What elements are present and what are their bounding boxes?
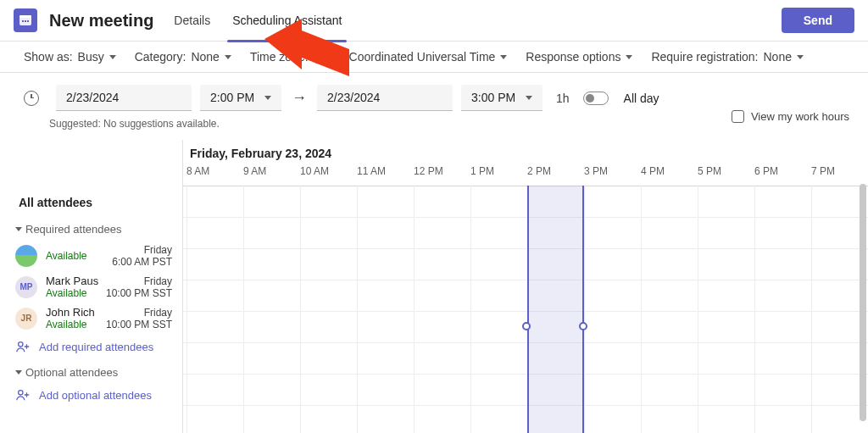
show-as-label: Show as: (24, 50, 73, 64)
start-date-input[interactable]: 2/23/2024 (56, 85, 192, 111)
attendee-row[interactable]: MP Mark Paus Available Friday 10:00 PM S… (15, 275, 172, 299)
attendee-time: 6:00 AM PST (112, 256, 172, 268)
scrollbar-thumb[interactable] (860, 184, 866, 421)
show-as-value: Busy (78, 50, 104, 64)
grid-row (183, 342, 868, 374)
hour-label: 12 PM (414, 165, 470, 186)
attendee-status: Available (46, 319, 106, 330)
avatar: MP (15, 276, 37, 298)
page-title: New meeting (49, 11, 153, 31)
attendee-time: 10:00 PM SST (106, 319, 172, 330)
all-day-label: All day (624, 92, 659, 105)
grid-vline (811, 186, 812, 433)
add-people-icon (15, 387, 31, 402)
grid-vline (584, 186, 585, 433)
chevron-down-icon (225, 55, 231, 59)
calendar-app-icon (14, 8, 37, 32)
hour-label: 8 AM (186, 165, 243, 186)
grid-vline (186, 186, 187, 433)
end-date-input[interactable]: 2/23/2024 (317, 85, 453, 111)
category-label: Category: (135, 50, 186, 64)
response-options-selector[interactable]: Response options (526, 50, 632, 64)
tab-scheduling-assistant[interactable]: Scheduling Assistant (231, 7, 343, 34)
grid-vline (754, 186, 755, 433)
grid-row (183, 248, 868, 280)
grid-vline (357, 186, 358, 433)
svg-point-5 (19, 342, 23, 347)
svg-rect-2 (22, 20, 24, 22)
svg-point-6 (19, 391, 23, 395)
tab-details[interactable]: Details (172, 7, 212, 34)
send-button[interactable]: Send (782, 8, 854, 33)
hour-label: 2 PM (527, 165, 584, 186)
caret-down-icon (15, 227, 22, 231)
chevron-down-icon (626, 55, 632, 59)
registration-value: None (764, 50, 792, 64)
hour-label: 3 PM (584, 165, 641, 186)
svg-rect-3 (25, 20, 26, 22)
work-hours-label: View my work hours (751, 110, 849, 123)
all-attendees-heading: All attendees (19, 196, 172, 209)
caret-down-icon (15, 370, 22, 375)
attendee-row[interactable]: JR John Rich Available Friday 10:00 PM S… (15, 306, 172, 330)
start-time-input[interactable]: 2:00 PM (200, 85, 281, 111)
attendee-day: Friday (112, 244, 172, 256)
grid-row (183, 280, 868, 311)
timezone-selector[interactable]: Time zone: (UTC) Coordinated Universal T… (250, 50, 507, 64)
grid-vline (300, 186, 301, 433)
category-value: None (191, 50, 219, 64)
grid-vline (470, 186, 471, 433)
time-selection[interactable] (527, 186, 584, 433)
attendee-name: John Rich (46, 306, 106, 319)
attendee-day: Friday (106, 275, 172, 287)
end-time-input[interactable]: 3:00 PM (461, 85, 542, 111)
attendee-status: Available (46, 287, 106, 299)
duration-label: 1h (556, 92, 570, 105)
grid-vline (414, 186, 415, 433)
timezone-value: (UTC) Coordinated Universal Time (314, 50, 496, 64)
grid-row (183, 186, 868, 217)
add-optional-attendees-link[interactable]: Add optional attendees (15, 387, 172, 402)
arrow-right-icon: → (290, 89, 309, 107)
work-hours-checkbox[interactable] (732, 110, 744, 123)
category-selector[interactable]: Category: None (135, 50, 231, 64)
chevron-down-icon (500, 55, 507, 59)
registration-label: Require registration: (651, 50, 758, 64)
required-attendees-section[interactable]: Required attendees (15, 223, 172, 236)
grid-vline (641, 186, 642, 433)
timezone-label: Time zone: (250, 50, 309, 64)
hour-label: 6 PM (754, 165, 811, 186)
attendee-day: Friday (106, 307, 172, 319)
chevron-down-icon (797, 55, 804, 59)
selection-handle-right[interactable] (579, 322, 587, 330)
attendee-name: Mark Paus (46, 275, 106, 287)
hour-label: 4 PM (641, 165, 698, 186)
registration-selector[interactable]: Require registration: None (651, 50, 804, 64)
all-day-toggle[interactable] (583, 92, 609, 105)
availability-grid[interactable] (183, 186, 868, 433)
hour-label: 10 AM (300, 165, 357, 186)
attendee-time: 10:00 PM SST (106, 287, 172, 299)
add-people-icon (15, 339, 31, 354)
hour-label: 1 PM (470, 165, 527, 186)
svg-rect-1 (19, 15, 31, 18)
add-required-attendees-link[interactable]: Add required attendees (15, 339, 172, 354)
chevron-down-icon (109, 55, 116, 59)
grid-vline (243, 186, 244, 433)
attendee-row[interactable]: Available Friday 6:00 AM PST (15, 244, 172, 268)
attendee-status: Available (46, 250, 112, 262)
avatar (15, 245, 37, 267)
svg-rect-4 (27, 20, 29, 22)
grid-date-label: Friday, February 23, 2024 (183, 140, 868, 165)
grid-vline (698, 186, 698, 433)
hour-label: 11 AM (357, 165, 414, 186)
clock-icon (24, 91, 39, 106)
optional-attendees-section[interactable]: Optional attendees (15, 366, 172, 379)
grid-row (183, 374, 868, 405)
hour-label: 5 PM (698, 165, 754, 186)
time-ruler: 8 AM9 AM10 AM11 AM12 PM1 PM2 PM3 PM4 PM5… (183, 165, 868, 186)
show-as-selector[interactable]: Show as: Busy (24, 50, 116, 64)
selection-handle-left[interactable] (522, 322, 531, 330)
chevron-down-icon (264, 96, 271, 100)
hour-label: 9 AM (243, 165, 300, 186)
